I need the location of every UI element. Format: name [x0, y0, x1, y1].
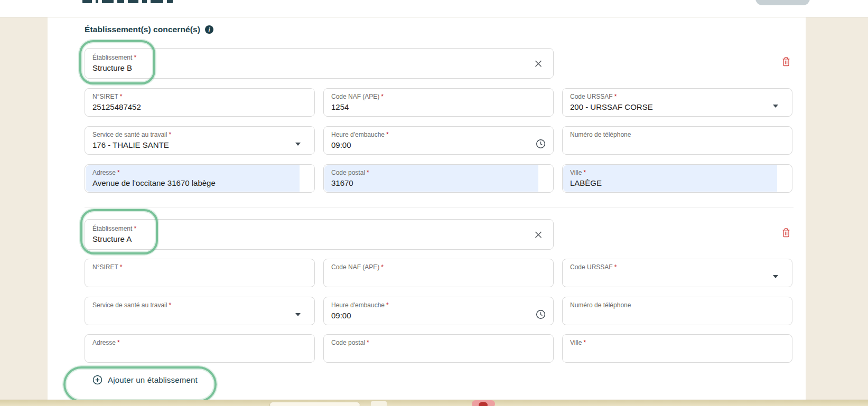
plus-circle-icon [92, 375, 102, 385]
code-postal-field[interactable]: Code postal* 31670 [323, 164, 554, 193]
field-value: 176 - THALIE SANTE [92, 140, 307, 149]
field-label: Service de santé au travail* [92, 301, 307, 309]
field-value: 09:00 [331, 140, 546, 149]
required-asterisk: * [120, 93, 123, 100]
establishments-card: Établissement(s) concerné(s) i Établisse… [48, 17, 806, 400]
field-label: Code URSSAF* [570, 93, 785, 100]
required-asterisk: * [367, 339, 369, 346]
ville-field[interactable]: Ville* LABÈGE [562, 164, 792, 193]
page-title-cutoff [82, 0, 173, 3]
field-label: Heure d'embauche* [331, 131, 546, 138]
required-asterisk: * [583, 169, 586, 176]
naf-field[interactable]: Code NAF (APE)* [323, 259, 554, 287]
adresse-field[interactable]: Adresse* [85, 334, 315, 363]
chevron-down-icon[interactable] [295, 313, 301, 316]
taskbar-strip [0, 400, 868, 406]
add-establishment-button[interactable]: Ajouter un établissement [85, 375, 198, 385]
chevron-down-icon[interactable] [773, 275, 778, 278]
establishment-row-2: Établissement* Structure A [85, 219, 794, 250]
trash-icon[interactable] [782, 228, 790, 239]
field-label: N°SIRET* [92, 263, 307, 271]
code-postal-field[interactable]: Code postal* [323, 334, 554, 363]
required-asterisk: * [614, 93, 617, 100]
establishment-row-1: Établissement* Structure B [85, 48, 794, 79]
field-label: Numéro de téléphone [570, 301, 785, 309]
header-pill-button[interactable] [755, 0, 810, 5]
heure-embauche-field[interactable]: Heure d'embauche* 09:00 [323, 126, 554, 155]
window-header [0, 0, 868, 17]
chevron-down-icon[interactable] [773, 105, 778, 108]
field-label: Heure d'embauche* [331, 301, 546, 309]
required-asterisk: * [169, 301, 171, 309]
field-label: Adresse* [92, 339, 307, 346]
record-dot-icon [479, 402, 488, 406]
field-value: 1254 [331, 102, 546, 111]
adresse-field[interactable]: Adresse* Avenue de l'occitane 31670 labè… [85, 164, 315, 193]
info-icon[interactable]: i [205, 25, 213, 34]
field-value: Avenue de l'occitane 31670 labège [92, 178, 307, 187]
trash-icon[interactable] [782, 56, 790, 68]
field-label: Ville* [570, 339, 785, 346]
required-asterisk: * [381, 93, 384, 100]
etablissement-field[interactable]: Établissement* Structure B [85, 48, 554, 79]
field-label: Numéro de téléphone [570, 131, 785, 138]
field-label: Établissement* [92, 225, 546, 232]
field-label: Adresse* [92, 169, 307, 176]
add-establishment-label: Ajouter un établissement [108, 375, 198, 384]
siret-naf-urssaf-row-2: N°SIRET* Code NAF (APE)* Code URSSAF* [85, 259, 794, 287]
required-asterisk: * [169, 131, 171, 138]
field-label: Code URSSAF* [570, 263, 785, 271]
record-button[interactable] [472, 400, 495, 406]
field-value: LABÈGE [570, 178, 785, 187]
required-asterisk: * [614, 263, 617, 271]
adresse-cp-ville-row-1: Adresse* Avenue de l'occitane 31670 labè… [85, 164, 794, 193]
naf-field[interactable]: Code NAF (APE)* 1254 [323, 88, 554, 117]
close-icon[interactable] [534, 60, 543, 68]
urssaf-select[interactable]: Code URSSAF* [562, 259, 792, 287]
field-label: Établissement* [92, 54, 546, 61]
siret-field[interactable]: N°SIRET* 25125487452 [85, 88, 315, 117]
required-asterisk: * [386, 301, 389, 309]
telephone-field[interactable]: Numéro de téléphone [562, 297, 792, 325]
taskbar-search-box[interactable] [269, 402, 360, 406]
field-label: Service de santé au travail* [92, 131, 307, 138]
field-value: 31670 [331, 178, 546, 187]
close-icon[interactable] [534, 231, 543, 239]
required-asterisk: * [134, 225, 136, 232]
clock-icon[interactable] [536, 139, 546, 151]
required-asterisk: * [120, 263, 123, 271]
telephone-field[interactable]: Numéro de téléphone [562, 126, 792, 155]
ville-field[interactable]: Ville* [562, 334, 792, 363]
section-title: Établissement(s) concerné(s) [85, 25, 200, 34]
field-label: Code NAF (APE)* [331, 263, 546, 271]
field-value: 25125487452 [92, 102, 307, 111]
field-label: Ville* [570, 169, 785, 176]
siret-naf-urssaf-row-1: N°SIRET* 25125487452 Code NAF (APE)* 125… [85, 88, 794, 117]
heure-embauche-field[interactable]: Heure d'embauche* 09:00 [323, 297, 554, 325]
block-divider [85, 207, 794, 208]
required-asterisk: * [367, 169, 369, 176]
field-label: N°SIRET* [92, 93, 307, 100]
clock-icon[interactable] [536, 309, 546, 322]
required-asterisk: * [386, 131, 389, 138]
required-asterisk: * [583, 339, 586, 346]
sante-heure-tel-row-1: Service de santé au travail* 176 - THALI… [85, 126, 794, 155]
required-asterisk: * [117, 169, 120, 176]
field-value: Structure A [92, 234, 546, 243]
sante-heure-tel-row-2: Service de santé au travail* Heure d'emb… [85, 297, 794, 325]
siret-field[interactable]: N°SIRET* [85, 259, 315, 287]
etablissement-field[interactable]: Établissement* Structure A [85, 219, 554, 250]
field-value: 09:00 [331, 311, 546, 320]
adresse-cp-ville-row-2: Adresse* Code postal* Ville* [85, 334, 794, 363]
required-asterisk: * [134, 54, 136, 61]
field-value: 200 - URSSAF CORSE [570, 102, 785, 111]
field-label: Code postal* [331, 169, 546, 176]
required-asterisk: * [117, 339, 120, 346]
urssaf-select[interactable]: Code URSSAF* 200 - URSSAF CORSE [562, 88, 792, 117]
chevron-down-icon[interactable] [295, 143, 301, 146]
sante-travail-select[interactable]: Service de santé au travail* 176 - THALI… [85, 126, 315, 155]
sante-travail-select[interactable]: Service de santé au travail* [85, 297, 315, 325]
taskbar-item[interactable] [371, 401, 387, 406]
required-asterisk: * [381, 263, 384, 271]
field-label: Code postal* [331, 339, 546, 346]
